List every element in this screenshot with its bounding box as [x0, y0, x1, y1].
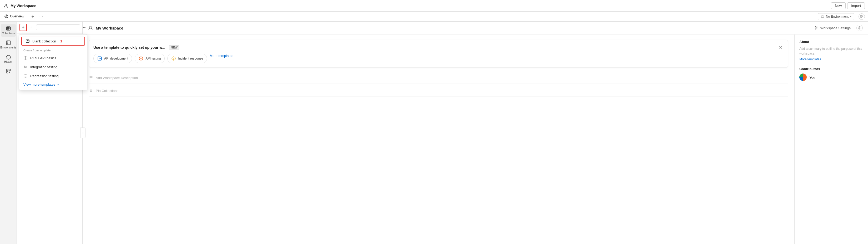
svg-rect-5	[860, 15, 861, 16]
contributor-avatar	[799, 74, 807, 81]
svg-rect-13	[6, 41, 10, 45]
contributor-you: You	[799, 74, 863, 81]
main-content: My Workspace Workspace Settings ⓘ	[83, 22, 868, 244]
description-placeholder: Add Workspace Description	[96, 76, 138, 80]
svg-point-36	[815, 27, 816, 27]
top-bar: My Workspace New Import	[0, 0, 868, 11]
banner-close-button[interactable]: ✕	[777, 44, 783, 51]
contributor-name: You	[809, 75, 815, 79]
template-regression-testing[interactable]: Regression testing	[19, 72, 87, 80]
regression-testing-icon	[23, 74, 28, 78]
svg-point-38	[815, 29, 816, 29]
info-button[interactable]	[859, 13, 865, 20]
description-icon	[89, 76, 93, 80]
pin-collections-label: Pin Collections	[96, 89, 118, 93]
environments-icon	[6, 40, 11, 45]
svg-point-0	[5, 4, 7, 6]
workspace-content-title: My Workspace	[96, 26, 123, 30]
workspace-info: My Workspace	[3, 3, 36, 8]
template-banner: Use a template to quickly set up your w.…	[89, 40, 788, 68]
collections-search-input[interactable]	[36, 25, 80, 30]
create-from-template-label: Create from template	[19, 46, 87, 53]
blank-collection-label: Blank collection	[32, 39, 56, 43]
svg-rect-39	[98, 57, 101, 60]
new-button[interactable]: New	[831, 2, 846, 9]
pin-collections-area[interactable]: Pin Collections	[89, 86, 788, 97]
api-dev-icon	[97, 56, 102, 61]
new-collection-dropdown: Blank collection 1 Create from template …	[19, 34, 87, 90]
pin-icon	[89, 88, 93, 93]
about-title: About	[799, 40, 863, 44]
content-with-right-sidebar: Use a template to quickly set up your w.…	[83, 34, 868, 244]
new-collection-button[interactable]: +	[20, 24, 27, 31]
chevron-down-icon: ▾	[850, 15, 851, 18]
svg-point-1	[6, 16, 7, 17]
svg-rect-14	[6, 69, 8, 71]
user-icon	[3, 3, 8, 8]
tab-more-button[interactable]: ···	[37, 11, 45, 21]
environments-label: Environments	[0, 46, 16, 49]
about-description: Add a summary to outline the purpose of …	[799, 46, 863, 62]
sidebar-item-environments[interactable]: Environments	[1, 38, 16, 51]
template-integration-testing[interactable]: Integration testing	[19, 62, 87, 72]
import-button[interactable]: Import	[847, 2, 865, 9]
sidebar-item-collections[interactable]: Collections	[1, 24, 16, 37]
environment-selector[interactable]: ⛭ No Environment ▾	[818, 13, 854, 20]
workspace-header: My Workspace Workspace Settings ⓘ	[83, 22, 868, 34]
collections-more-button[interactable]: ···	[82, 24, 87, 31]
workspace-user-icon	[88, 25, 93, 31]
svg-rect-7	[860, 17, 861, 18]
add-tab-button[interactable]: +	[28, 11, 37, 21]
api-development-label: API development	[104, 57, 128, 60]
more-templates-link[interactable]: More templates	[210, 54, 233, 63]
filter-icon	[29, 25, 33, 29]
api-testing-label: API testing	[146, 57, 161, 60]
view-more-templates-link[interactable]: View more templates →	[19, 80, 87, 88]
blank-collection-item[interactable]: Blank collection 1	[21, 37, 85, 46]
incident-icon	[171, 56, 176, 61]
template-banner-header: Use a template to quickly set up your w.…	[93, 44, 783, 51]
grid-icon	[860, 15, 864, 19]
env-icon: ⛭	[820, 15, 824, 19]
template-banner-title: Use a template to quickly set up your w.…	[93, 45, 165, 50]
apps-icon	[6, 69, 11, 74]
svg-point-32	[90, 26, 92, 28]
overview-tab[interactable]: Overview	[0, 11, 28, 21]
sidebar-icons: Collections Environments History	[0, 22, 17, 244]
collapse-panel-button[interactable]: ‹	[80, 128, 86, 138]
no-environment-label: No Environment	[826, 15, 848, 19]
workspace-title: My Workspace	[10, 4, 36, 8]
integration-testing-label: Integration testing	[30, 65, 57, 69]
template-rest-api-basics[interactable]: REST API basics	[19, 53, 87, 62]
api-testing-chip[interactable]: API testing	[135, 54, 165, 63]
svg-point-24	[25, 57, 26, 58]
more-templates-right-link[interactable]: More templates	[799, 57, 863, 62]
sidebar-item-history[interactable]: History	[1, 52, 16, 65]
workspace-settings-button[interactable]: Workspace Settings	[814, 26, 850, 30]
add-description-area[interactable]: Add Workspace Description	[89, 72, 788, 84]
svg-rect-6	[862, 15, 863, 16]
workspace-info-button[interactable]: ⓘ	[857, 25, 863, 31]
overview-tab-label: Overview	[10, 14, 24, 18]
template-chips: API development API testing	[93, 54, 783, 63]
api-development-chip[interactable]: API development	[93, 54, 132, 63]
history-icon	[6, 54, 11, 59]
overview-icon	[4, 14, 8, 19]
blank-collection-icon	[26, 39, 30, 43]
integration-testing-icon	[23, 65, 28, 69]
collections-toolbar: + ···	[17, 22, 82, 33]
filter-button[interactable]	[28, 24, 34, 31]
top-bar-actions: New Import	[831, 2, 865, 9]
api-test-icon	[138, 56, 143, 61]
collections-label: Collections	[2, 32, 15, 35]
contributors-section: Contributors You	[799, 67, 863, 81]
svg-rect-15	[9, 69, 10, 71]
right-sidebar: About Add a summary to outline the purpo…	[794, 34, 868, 244]
main-layout: Collections Environments History	[0, 22, 868, 244]
settings-sliders-icon	[814, 26, 818, 30]
collections-panel: + ··· Blank collection 1	[17, 22, 83, 244]
sidebar-item-apps[interactable]	[1, 66, 16, 77]
rest-api-icon	[23, 56, 28, 60]
incident-response-chip[interactable]: Incident response	[167, 54, 207, 63]
contributors-title: Contributors	[799, 67, 863, 71]
